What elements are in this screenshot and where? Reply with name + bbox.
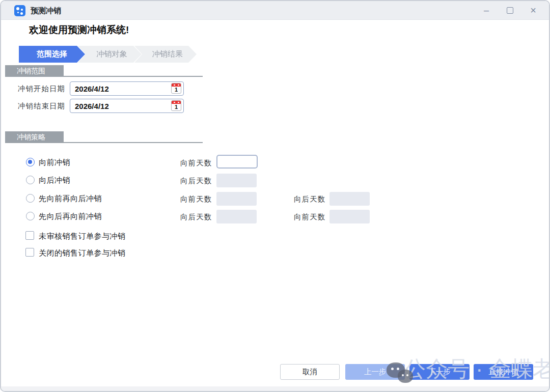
tab-step-range-select[interactable]: 范围选择: [19, 46, 85, 63]
tab-step-offset-result[interactable]: 冲销结果: [134, 46, 197, 63]
forward-days-input[interactable]: [216, 155, 258, 169]
radio-backward-offset[interactable]: [26, 176, 35, 184]
section-title-strategy: 冲销策略: [5, 131, 64, 143]
radio-forward-offset[interactable]: [26, 158, 35, 166]
app-logo-icon: [14, 5, 25, 16]
backward-days-label: 向后天数: [294, 194, 325, 204]
radio-backward-then-forward[interactable]: [26, 212, 35, 220]
start-date-label: 冲销开始日期: [18, 84, 65, 94]
maximize-button[interactable]: [503, 4, 516, 17]
radio-label: 向后冲销: [39, 176, 70, 185]
previous-step-button[interactable]: 上一步: [345, 364, 405, 380]
radio-label: 先向前再向后冲销: [39, 194, 102, 204]
start-date-input[interactable]: [70, 81, 184, 96]
checkbox-label: 关闭的销售订单参与冲销: [39, 248, 126, 258]
forward-days-label: 向前天数: [180, 158, 212, 168]
tab-step-offset-target[interactable]: 冲销对象: [78, 46, 142, 63]
calendar-icon[interactable]: 1: [171, 100, 181, 111]
welcome-heading: 欢迎使用预测冲销系统!: [29, 23, 129, 37]
window-bottom-edge: [1, 386, 549, 391]
radio-label: 先向后再向前冲销: [39, 212, 102, 221]
calendar-icon[interactable]: 1: [171, 83, 181, 94]
close-button[interactable]: ×: [527, 4, 540, 17]
checkbox-unaudited-orders[interactable]: [25, 231, 34, 240]
forward-days-label: 向前天数: [294, 212, 325, 222]
checkbox-closed-orders[interactable]: [25, 248, 34, 257]
next-step-button[interactable]: 下一步: [409, 364, 470, 380]
dialog-window: 预测冲销 – × 欢迎使用预测冲销系统! 范围选择 冲销对象 冲销结果 冲销范围…: [0, 0, 550, 392]
minimize-button[interactable]: –: [480, 4, 493, 17]
checkbox-label: 未审核销售订单参与冲销: [39, 232, 126, 241]
radio-label: 向前冲销: [39, 158, 70, 167]
titlebar: 预测冲销 – ×: [1, 1, 549, 20]
radio-forward-then-backward[interactable]: [26, 194, 35, 203]
direct-offset-button[interactable]: 直接冲销: [474, 364, 533, 380]
end-date-label: 冲销结束日期: [18, 101, 65, 111]
end-date-input[interactable]: [70, 99, 184, 113]
forward-days-input: [329, 210, 370, 223]
forward-days-label: 向前天数: [180, 194, 212, 204]
window-title: 预测冲销: [31, 6, 61, 16]
backward-days-label: 向后天数: [180, 212, 212, 222]
section-title-range: 冲销范围: [5, 65, 64, 77]
backward-days-label: 向后天数: [180, 176, 212, 186]
backward-days-input: [216, 174, 257, 187]
cancel-button[interactable]: 取消: [280, 364, 340, 380]
backward-days-input: [216, 210, 257, 223]
forward-days-input: [216, 192, 257, 206]
backward-days-input: [329, 192, 370, 206]
